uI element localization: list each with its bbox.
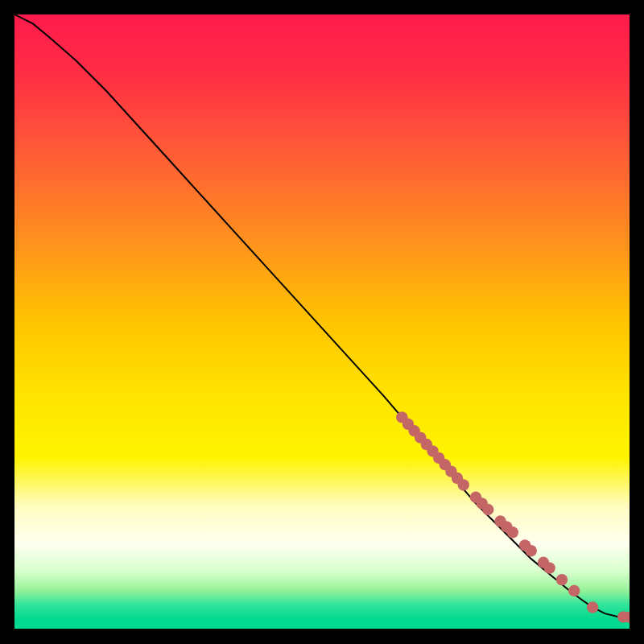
data-point [556, 574, 568, 585]
data-point [482, 504, 493, 515]
chart-frame: TheBottleneck.com [14, 14, 630, 630]
data-point [543, 562, 555, 573]
data-point [507, 526, 518, 538]
gradient-background [14, 14, 630, 630]
data-point [458, 479, 469, 490]
data-point [587, 601, 598, 613]
bottleneck-chart [14, 14, 630, 630]
data-point [526, 545, 537, 556]
data-point [568, 585, 580, 597]
